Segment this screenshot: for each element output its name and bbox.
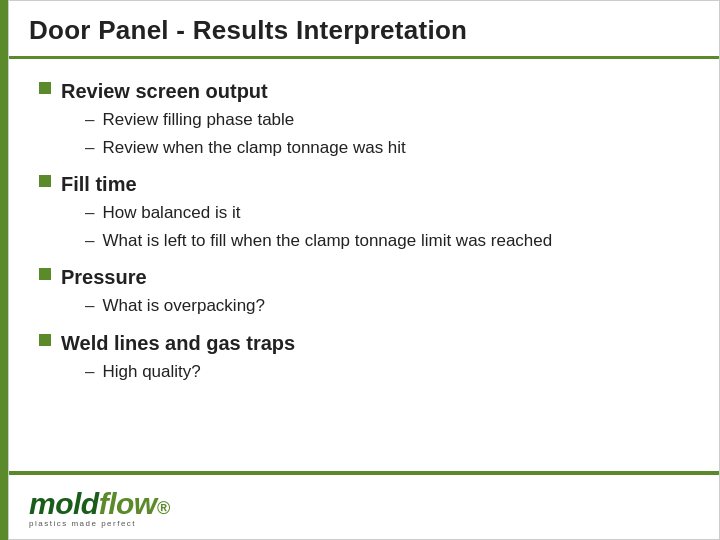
slide-container: Door Panel - Results Interpretation Revi… [8, 0, 720, 540]
main-bullet-text-pressure: Pressure [61, 263, 147, 291]
sub-text-review-2: Review when the clamp tonnage was hit [102, 135, 405, 161]
main-bullet-fill: Fill time [39, 170, 689, 198]
sub-bullet-weld-1: – High quality? [85, 359, 689, 385]
sub-bullets-review: – Review filling phase table – Review wh… [39, 107, 689, 160]
section-pressure: Pressure – What is overpacking? [39, 263, 689, 321]
sub-bullets-pressure: – What is overpacking? [39, 293, 689, 319]
logo-tagline: plastics made perfect [29, 519, 136, 528]
dash-icon: – [85, 135, 94, 161]
sub-bullet-fill-2: – What is left to fill when the clamp to… [85, 228, 689, 254]
section-review: Review screen output – Review filling ph… [39, 77, 689, 162]
sub-text-pressure-1: What is overpacking? [102, 293, 265, 319]
bullet-icon-review [39, 82, 51, 94]
bullet-icon-weld [39, 334, 51, 346]
bullet-icon-fill [39, 175, 51, 187]
title-bar: Door Panel - Results Interpretation [9, 1, 719, 59]
main-bullet-review: Review screen output [39, 77, 689, 105]
dash-icon: – [85, 107, 94, 133]
logo-area: moldflow® plastics made perfect [29, 487, 169, 528]
sub-text-fill-2: What is left to fill when the clamp tonn… [102, 228, 552, 254]
sub-text-weld-1: High quality? [102, 359, 200, 385]
content-area: Review screen output – Review filling ph… [9, 59, 719, 471]
sub-bullets-weld: – High quality? [39, 359, 689, 385]
main-bullet-text-review: Review screen output [61, 77, 268, 105]
main-bullet-weld: Weld lines and gas traps [39, 329, 689, 357]
sub-bullets-fill: – How balanced is it – What is left to f… [39, 200, 689, 253]
left-accent-bar [0, 0, 8, 540]
sub-text-fill-1: How balanced is it [102, 200, 240, 226]
sub-text-review-1: Review filling phase table [102, 107, 294, 133]
main-bullet-text-weld: Weld lines and gas traps [61, 329, 295, 357]
dash-icon: – [85, 228, 94, 254]
section-fill: Fill time – How balanced is it – What is… [39, 170, 689, 255]
slide-title: Door Panel - Results Interpretation [29, 15, 467, 46]
sub-bullet-review-2: – Review when the clamp tonnage was hit [85, 135, 689, 161]
dash-icon: – [85, 293, 94, 319]
bullet-icon-pressure [39, 268, 51, 280]
sub-bullet-fill-1: – How balanced is it [85, 200, 689, 226]
dash-icon: – [85, 200, 94, 226]
main-bullet-text-fill: Fill time [61, 170, 137, 198]
footer: moldflow® plastics made perfect [9, 471, 719, 539]
sub-bullet-review-1: – Review filling phase table [85, 107, 689, 133]
dash-icon: – [85, 359, 94, 385]
sub-bullet-pressure-1: – What is overpacking? [85, 293, 689, 319]
main-bullet-pressure: Pressure [39, 263, 689, 291]
logo-text: moldflow® [29, 487, 169, 521]
section-weld: Weld lines and gas traps – High quality? [39, 329, 689, 387]
